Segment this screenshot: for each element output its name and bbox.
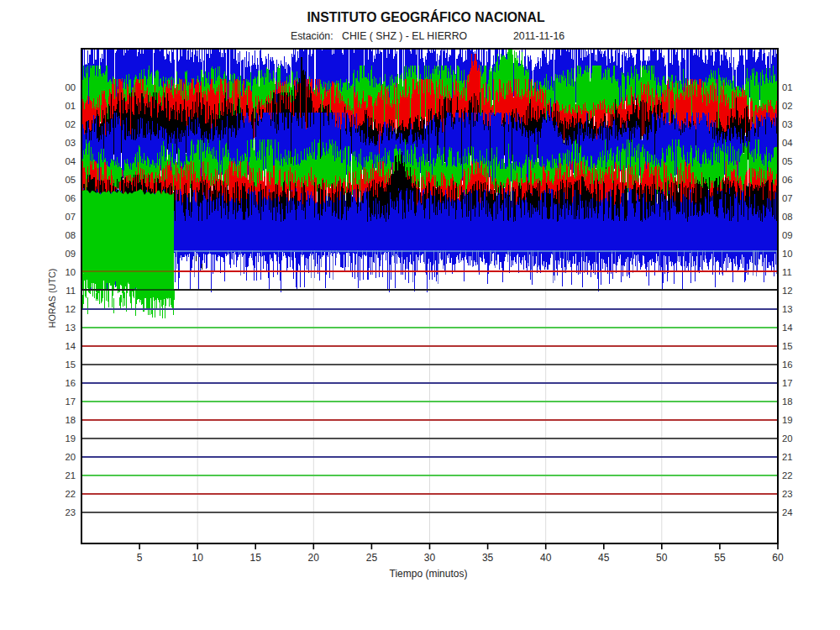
svg-text:15: 15 [250,552,262,564]
svg-text:60: 60 [772,552,784,564]
svg-text:22: 22 [782,470,793,480]
svg-text:00: 00 [65,82,76,92]
svg-text:22: 22 [65,489,76,499]
svg-text:08: 08 [782,212,793,222]
svg-text:Tiempo (minutos): Tiempo (minutos) [390,568,468,580]
svg-text:5: 5 [137,552,143,564]
svg-text:07: 07 [782,193,793,203]
svg-text:19: 19 [782,415,793,425]
svg-text:05: 05 [65,175,76,185]
svg-text:17: 17 [65,396,76,407]
svg-text:02: 02 [782,101,793,111]
svg-text:INSTITUTO GEOGRÁFICO NACIONAL: INSTITUTO GEOGRÁFICO NACIONAL [307,9,545,24]
svg-text:03: 03 [782,119,793,129]
svg-text:21: 21 [65,470,76,480]
svg-text:14: 14 [65,341,76,351]
svg-text:02: 02 [65,119,76,129]
svg-text:50: 50 [656,552,668,564]
svg-text:11: 11 [782,267,792,277]
svg-text:35: 35 [482,552,494,564]
svg-text:55: 55 [714,552,726,564]
svg-text:23: 23 [782,489,793,499]
svg-text:20: 20 [782,433,793,444]
svg-text:14: 14 [782,323,793,333]
svg-text:09: 09 [65,249,76,259]
svg-text:09: 09 [782,230,793,240]
svg-text:01: 01 [782,82,793,92]
svg-text:06: 06 [65,193,76,203]
svg-text:01: 01 [65,101,76,111]
svg-text:Estación:: Estación: [291,30,333,42]
svg-text:06: 06 [782,175,793,185]
svg-text:04: 04 [782,138,793,148]
svg-text:03: 03 [65,138,76,148]
svg-text:2011-11-16: 2011-11-16 [513,30,564,42]
svg-text:24: 24 [782,507,793,517]
svg-text:10: 10 [782,249,793,259]
svg-text:19: 19 [65,433,76,444]
svg-text:17: 17 [782,378,793,388]
svg-text:08: 08 [65,230,76,240]
svg-text:07: 07 [65,212,76,222]
svg-text:23: 23 [65,507,76,517]
svg-text:04: 04 [65,156,76,166]
svg-text:30: 30 [424,552,436,564]
svg-text:20: 20 [308,552,320,564]
svg-text:15: 15 [65,360,76,370]
svg-text:12: 12 [65,304,76,314]
svg-text:25: 25 [366,552,378,564]
svg-text:15: 15 [782,341,793,351]
svg-text:CHIE ( SHZ ) - EL HIERRO: CHIE ( SHZ ) - EL HIERRO [342,30,467,42]
svg-text:16: 16 [782,360,793,370]
svg-text:HORAS (UTC): HORAS (UTC) [47,269,57,328]
svg-text:12: 12 [782,286,793,296]
svg-text:13: 13 [782,304,793,314]
svg-text:10: 10 [192,552,204,564]
svg-text:45: 45 [598,552,610,564]
svg-text:16: 16 [65,378,76,388]
svg-text:13: 13 [65,323,76,333]
svg-text:18: 18 [65,415,76,425]
svg-text:18: 18 [782,396,793,407]
svg-text:20: 20 [65,452,76,462]
svg-text:05: 05 [782,156,793,166]
svg-text:11: 11 [66,286,76,296]
svg-text:40: 40 [540,552,552,564]
svg-text:21: 21 [782,452,793,462]
svg-text:10: 10 [65,267,76,277]
